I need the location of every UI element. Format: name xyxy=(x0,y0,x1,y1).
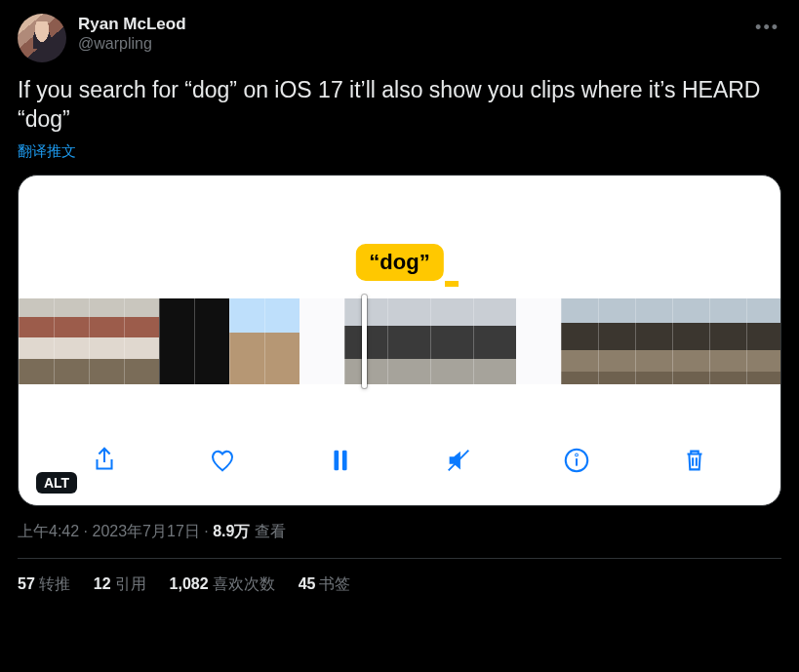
stat-bookmarks[interactable]: 45书签 xyxy=(299,574,351,595)
clip-frame xyxy=(473,298,516,384)
clip-frame xyxy=(54,298,89,384)
playhead[interactable] xyxy=(362,295,367,388)
svg-rect-0 xyxy=(335,450,340,470)
views-count: 8.9万 xyxy=(213,523,250,539)
clip-frame xyxy=(598,298,635,384)
clip-group-2 xyxy=(344,298,516,384)
tweet-time[interactable]: 上午4:42 xyxy=(18,523,79,539)
clip-frame xyxy=(709,298,746,384)
share-icon[interactable] xyxy=(85,441,124,480)
clip-frame xyxy=(672,298,709,384)
timeline-strip[interactable] xyxy=(19,298,780,384)
user-block[interactable]: Ryan McLeod @warpling xyxy=(78,14,186,54)
clip-gap xyxy=(300,298,344,384)
svg-point-4 xyxy=(576,455,577,455)
more-options-icon[interactable]: ••• xyxy=(751,14,783,42)
caption-bubble-pointer xyxy=(445,281,459,287)
tweet-text: If you search for “dog” on iOS 17 it’ll … xyxy=(18,76,781,135)
heart-icon[interactable] xyxy=(203,441,242,480)
stat-retweets[interactable]: 57转推 xyxy=(18,574,70,595)
tweet-date[interactable]: 2023年7月17日 xyxy=(92,523,199,539)
clip-frame xyxy=(746,298,781,384)
clip-frame xyxy=(430,298,473,384)
speaker-mute-icon[interactable] xyxy=(439,441,478,480)
avatar[interactable] xyxy=(18,14,66,62)
pause-icon[interactable] xyxy=(321,441,360,480)
svg-rect-1 xyxy=(342,450,347,470)
meta-separator: · xyxy=(200,523,213,539)
caption-bubble: “dog” xyxy=(355,244,443,281)
clip-frame xyxy=(229,298,264,384)
stat-quotes[interactable]: 12引用 xyxy=(94,574,146,595)
alt-badge[interactable]: ALT xyxy=(36,472,77,494)
views-label: 查看 xyxy=(255,523,286,539)
clip-frame xyxy=(124,298,159,384)
clip-frame xyxy=(159,298,194,384)
tweet-container: Ryan McLeod @warpling ••• If you search … xyxy=(0,0,799,607)
translate-link[interactable]: 翻译推文 xyxy=(18,142,781,161)
clip-frame xyxy=(19,298,54,384)
meta-separator: · xyxy=(79,523,92,539)
tweet-meta: 上午4:42 · 2023年7月17日 · 8.9万 查看 xyxy=(18,522,781,542)
clip-frame xyxy=(561,298,598,384)
stats-row: 57转推 12引用 1,082喜欢次数 45书签 xyxy=(18,574,781,595)
user-handle: @warpling xyxy=(78,34,186,54)
clip-gap xyxy=(516,298,561,384)
stat-likes[interactable]: 1,082喜欢次数 xyxy=(170,574,275,595)
clip-group-3 xyxy=(561,298,781,384)
tweet-header: Ryan McLeod @warpling ••• xyxy=(18,14,781,62)
clip-frame xyxy=(89,298,124,384)
clip-frame xyxy=(387,298,430,384)
media-attachment[interactable]: “dog” xyxy=(18,175,781,506)
display-name: Ryan McLeod xyxy=(78,14,186,34)
clip-group-1 xyxy=(19,298,300,384)
info-icon[interactable] xyxy=(557,441,596,480)
clip-frame xyxy=(635,298,672,384)
media-toolbar xyxy=(19,441,780,480)
clip-frame xyxy=(194,298,229,384)
clip-frame xyxy=(264,298,300,384)
divider xyxy=(18,558,781,559)
trash-icon[interactable] xyxy=(675,441,714,480)
